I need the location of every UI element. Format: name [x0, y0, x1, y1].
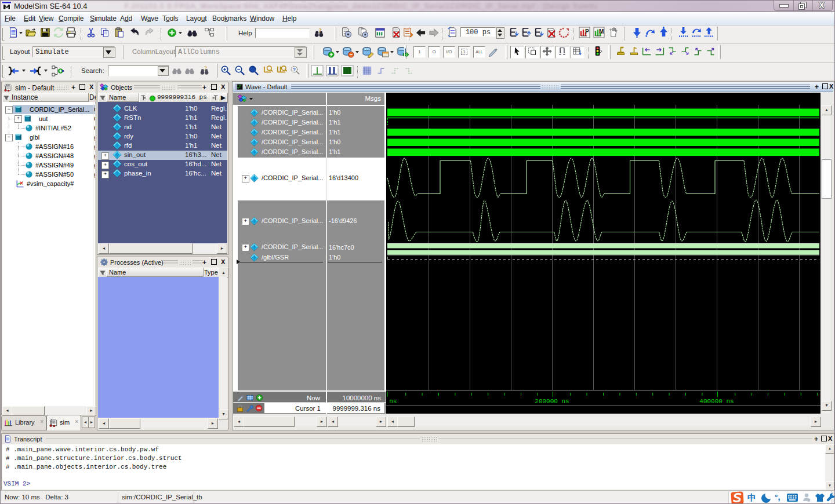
- svg-text:0 ns: 0 ns: [386, 398, 397, 405]
- svg-text:200000 ns: 200000 ns: [535, 398, 569, 405]
- svg-text:2: 2: [808, 498, 811, 503]
- svg-text:400000 ns: 400000 ns: [699, 398, 734, 405]
